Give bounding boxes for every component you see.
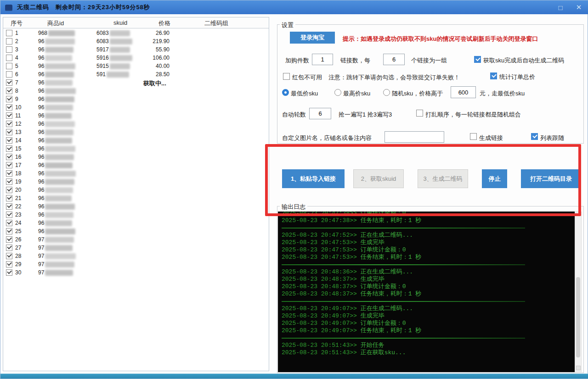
row-checkbox[interactable] bbox=[6, 55, 12, 61]
col-header-index: 序号 bbox=[11, 19, 23, 28]
blurred-id-block bbox=[45, 179, 74, 185]
row-checkbox[interactable] bbox=[6, 104, 12, 111]
links-count-input[interactable] bbox=[383, 54, 405, 65]
blurred-id-block bbox=[45, 237, 74, 243]
stop-button[interactable]: 停止 bbox=[482, 169, 507, 188]
table-row: 3097 bbox=[3, 269, 269, 277]
row-checkbox[interactable] bbox=[6, 178, 12, 185]
row-checkbox[interactable] bbox=[6, 245, 12, 251]
maximize-icon[interactable]: □ bbox=[554, 2, 566, 12]
item-id-redacted: 96 bbox=[38, 195, 72, 201]
random-sku-radio[interactable] bbox=[383, 89, 390, 96]
row-checkbox[interactable] bbox=[6, 154, 12, 160]
row-checkbox[interactable] bbox=[6, 96, 12, 102]
row-index: 22 bbox=[15, 203, 21, 210]
row-checkbox[interactable] bbox=[6, 203, 12, 210]
price-threshold-input[interactable] bbox=[451, 86, 476, 98]
item-id-redacted: 96 bbox=[38, 212, 74, 218]
settings-group-label: 设置 bbox=[280, 21, 295, 29]
blurred-id-block bbox=[45, 270, 73, 276]
row-checkbox[interactable] bbox=[6, 220, 12, 226]
paste-import-links-button[interactable]: 1、粘贴导入链接 bbox=[282, 169, 345, 188]
row-index: 10 bbox=[15, 104, 21, 111]
row-checkbox[interactable] bbox=[6, 170, 12, 177]
price-value: 106.00 bbox=[137, 55, 170, 61]
custom-name-input[interactable] bbox=[384, 131, 444, 143]
redpacket-unavailable-checkbox[interactable] bbox=[283, 73, 290, 80]
row-index: 8 bbox=[15, 88, 18, 94]
row-checkbox[interactable] bbox=[6, 162, 12, 168]
login-taobao-button[interactable]: 登录淘宝 bbox=[290, 32, 335, 44]
auto-generate-checkbox[interactable] bbox=[474, 56, 481, 63]
item-id-redacted: 97 bbox=[38, 261, 74, 268]
title-bar: 无痕二维码 剩余时间：29天23小时59分58秒 □ ✕ bbox=[0, 0, 588, 14]
row-checkbox[interactable] bbox=[6, 79, 12, 86]
open-qr-directory-button[interactable]: 打开二维码目录 bbox=[521, 169, 581, 188]
row-checkbox[interactable] bbox=[6, 38, 12, 45]
row-checkbox[interactable] bbox=[6, 88, 12, 94]
lowest-price-radio[interactable] bbox=[282, 89, 289, 96]
shuffle-label: 打乱顺序，每一轮链接都是随机组合 bbox=[425, 111, 521, 119]
row-checkbox[interactable] bbox=[6, 236, 12, 243]
blurred-id-block bbox=[45, 146, 75, 152]
item-id-redacted: 96 bbox=[38, 96, 74, 102]
list-follow-checkbox[interactable] bbox=[531, 133, 538, 140]
row-index: 26 bbox=[15, 236, 21, 243]
log-entry: 2025-08-23 20:47:53>> 订单统计金额：0 bbox=[282, 246, 576, 254]
close-icon[interactable]: ✕ bbox=[573, 2, 585, 12]
row-checkbox[interactable] bbox=[6, 253, 12, 259]
row-index: 24 bbox=[15, 220, 21, 226]
log-console[interactable]: 2025-08-23 20:47:38>> 订单统计金额：02025-08-23… bbox=[278, 212, 576, 372]
table-header: 序号 商品id skuid 价格 二维码组 bbox=[3, 17, 269, 28]
rounds-label: 自动轮数 bbox=[282, 111, 306, 119]
log-scrollbar-down-button[interactable] bbox=[576, 366, 581, 370]
item-id-redacted: 968 bbox=[38, 30, 75, 36]
row-checkbox[interactable] bbox=[6, 112, 12, 119]
skuid-redacted: 6083 bbox=[96, 30, 130, 36]
row-checkbox[interactable] bbox=[6, 129, 12, 135]
log-group-label: 输出日志 bbox=[280, 203, 307, 211]
row-checkbox[interactable] bbox=[6, 228, 12, 234]
add-qty-input[interactable] bbox=[312, 54, 333, 65]
row-checkbox[interactable] bbox=[6, 187, 12, 193]
links-suffix-label: 个链接为一组 bbox=[411, 56, 447, 65]
row-checkbox[interactable] bbox=[6, 145, 12, 152]
item-id-redacted: 96 bbox=[38, 63, 75, 69]
item-id-redacted: 96 bbox=[38, 129, 74, 135]
item-id-redacted: 96 bbox=[38, 104, 73, 111]
log-entry: 2025-08-23 20:49:07>> 任务结束，耗时：1 秒 bbox=[282, 327, 576, 334]
highest-price-radio[interactable] bbox=[334, 89, 341, 96]
login-tip: 提示：如遇登录成功仍获取不到sku的情况可尝试刷新后手动关闭登录窗口 bbox=[343, 35, 538, 43]
blurred-id-block bbox=[45, 220, 72, 226]
log-entry: 2025-08-23 20:48:37>> 订单统计金额：0 bbox=[282, 283, 576, 290]
row-checkbox[interactable] bbox=[6, 121, 12, 127]
shuffle-checkbox[interactable] bbox=[416, 110, 423, 117]
add-qty-label: 加购件数 bbox=[285, 56, 309, 65]
item-id-redacted: 96 bbox=[38, 154, 74, 160]
log-scrollbar-thumb[interactable] bbox=[576, 277, 580, 357]
table-row: 2196 bbox=[3, 195, 269, 203]
log-scrollbar[interactable] bbox=[575, 212, 582, 372]
generate-link-checkbox[interactable] bbox=[470, 133, 477, 140]
row-checkbox[interactable] bbox=[6, 63, 12, 69]
log-entry: 2025-08-23 20:48:37>> 生成完毕 bbox=[282, 276, 576, 283]
blurred-id-block bbox=[45, 262, 74, 268]
row-checkbox[interactable] bbox=[6, 261, 12, 268]
price-value: 40.00 bbox=[137, 63, 170, 69]
log-entry: 2025-08-23 20:49:07>> 订单统计金额：0 bbox=[282, 320, 576, 327]
app-window: 无痕二维码 剩余时间：29天23小时59分58秒 □ ✕ 序号 商品id sku… bbox=[0, 0, 588, 379]
row-checkbox[interactable] bbox=[6, 30, 12, 36]
row-index: 12 bbox=[15, 121, 21, 127]
row-checkbox[interactable] bbox=[6, 137, 12, 144]
price-value: 28.50 bbox=[137, 71, 170, 78]
log-entry: 2025-08-23 20:51:43>> 正在获取sku... bbox=[282, 349, 576, 357]
row-checkbox[interactable] bbox=[6, 46, 12, 53]
row-checkbox[interactable] bbox=[6, 212, 12, 218]
row-checkbox[interactable] bbox=[6, 195, 12, 201]
rounds-input[interactable] bbox=[309, 108, 331, 119]
order-total-checkbox[interactable] bbox=[490, 72, 497, 79]
row-index: 21 bbox=[15, 195, 21, 201]
table-row: 2997 bbox=[3, 261, 269, 269]
row-checkbox[interactable] bbox=[6, 269, 12, 276]
row-checkbox[interactable] bbox=[6, 71, 12, 78]
